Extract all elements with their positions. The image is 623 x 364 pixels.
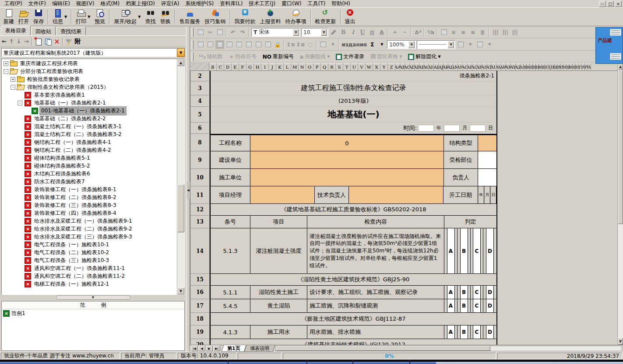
row-header[interactable]: 15	[190, 274, 210, 286]
nav-right-icon[interactable]: →	[24, 38, 29, 45]
tree-item[interactable]: 通风和空调工程（一）强条施检表11-1	[2, 264, 177, 272]
autosum-icon[interactable]: Σ	[368, 40, 377, 49]
fill-pattern-dropdown-icon[interactable]: ▼	[328, 40, 337, 49]
column-header[interactable]: W	[366, 63, 373, 70]
label-cell[interactable]: 受检部位	[444, 151, 478, 168]
tree-item[interactable]: 001-地基基础（一）强条施检表2-1	[2, 107, 177, 115]
column-header[interactable]: AE	[415, 63, 419, 70]
column-header[interactable]: AW	[501, 63, 506, 70]
grade-letter[interactable]: D	[486, 286, 494, 299]
label-cell[interactable]: 项目	[250, 216, 307, 228]
font-size-select[interactable]: 10 ▼	[301, 28, 328, 37]
toolbar-tips-button[interactable]: 技巧集锦	[203, 9, 228, 25]
tree-item[interactable]: -强制性条文检查记录用表（2015）	[2, 83, 177, 91]
grade-cell[interactable]: D	[483, 286, 496, 299]
dropdown-icon[interactable]: ▼	[448, 41, 454, 48]
input-cell[interactable]: 0	[250, 135, 444, 151]
new-table-icon[interactable]	[35, 38, 42, 45]
menubar-item[interactable]: 评定(A)	[158, 0, 183, 8]
column-header[interactable]: AK	[443, 63, 448, 70]
grade-letter[interactable]: D	[486, 326, 494, 339]
column-header[interactable]: BC	[527, 63, 530, 70]
format-画删除线-button[interactable]: a画删除线▼	[297, 53, 332, 60]
tree-item[interactable]: 砌体结构强条施检表5-2	[2, 162, 177, 170]
input-cell[interactable]	[478, 135, 496, 151]
input-cell[interactable]	[349, 186, 443, 203]
column-header[interactable]: U	[351, 63, 358, 70]
format-重新编号-button[interactable]: NO重新编号	[260, 53, 296, 60]
close-button[interactable]: ×	[615, 1, 622, 7]
column-header[interactable]: B	[209, 63, 217, 70]
tree-item[interactable]: 木结构工程强条施检表6	[2, 170, 177, 178]
toolbar-grip[interactable]	[192, 28, 194, 37]
column-header[interactable]: AC	[405, 63, 410, 70]
form-text-cell[interactable]: 强条施检表2-1	[211, 71, 496, 81]
column-header[interactable]: BA	[521, 63, 524, 70]
split-cell-icon[interactable]	[225, 40, 234, 49]
column-header[interactable]: D	[224, 63, 232, 70]
toolbar-print-button[interactable]: 打印▼	[74, 9, 92, 25]
horizontal-scroll-thumb[interactable]	[276, 346, 490, 351]
form-text-cell[interactable]: 建筑工程施工强制性条文检查记录	[211, 81, 496, 95]
grade-letter[interactable]: B	[460, 286, 468, 299]
column-header[interactable]: BJ	[548, 63, 551, 70]
column-header[interactable]: M	[291, 63, 299, 70]
menubar-item[interactable]: 编辑(E)	[49, 0, 73, 8]
format-解除固化-button[interactable]: 解除固化▼	[405, 53, 443, 60]
input-cell[interactable]	[250, 151, 444, 168]
column-header[interactable]: O	[306, 63, 313, 70]
first-sheet-icon[interactable]: |◀	[191, 346, 198, 351]
date-input-box[interactable]	[418, 125, 434, 132]
tree-item[interactable]: 电气工程强条（三）施检表10-3	[2, 256, 177, 264]
column-header[interactable]: K	[276, 63, 284, 70]
column-header[interactable]: AN	[458, 63, 463, 70]
dropdown-icon[interactable]: ▼	[327, 55, 330, 59]
copy-icon[interactable]	[196, 28, 205, 37]
tree-expander-icon[interactable]: +	[11, 77, 15, 82]
increase-size-icon[interactable]: ＋	[391, 28, 399, 37]
column-header[interactable]: N	[299, 63, 306, 70]
insert-cell-icon[interactable]	[196, 40, 205, 49]
toolbar-expand-button[interactable]: 展开/收起▼	[112, 9, 143, 25]
grade-letter[interactable]: D	[486, 299, 494, 312]
grade-cell[interactable]: A	[444, 228, 458, 273]
tree-item[interactable]: 装饰装修工程（四）强条施检表8-4	[2, 209, 177, 217]
column-header[interactable]: AI	[434, 63, 439, 70]
tree-item[interactable]: 装饰装修工程（三）强条施检表8-3	[2, 201, 177, 209]
grade-letter[interactable]: D	[486, 228, 494, 273]
label-cell[interactable]: 设计要求、施工组织、施工措施、观察记录	[307, 286, 444, 299]
column-header[interactable]: E	[232, 63, 239, 70]
align-center-icon[interactable]: ≡	[459, 28, 468, 37]
date-unit-cell[interactable]: 日	[490, 186, 496, 203]
row-header[interactable]: 18	[190, 313, 210, 326]
tree-expander-icon[interactable]: -	[4, 69, 8, 74]
tree-item[interactable]: 装饰装修工程（一）强条施检表8-1	[2, 186, 177, 193]
nav-up-icon[interactable]: ↑	[9, 38, 14, 45]
underline-icon[interactable]: U	[358, 28, 367, 37]
tree-item[interactable]: -地基基础（一）强条施检表2-1	[2, 99, 177, 107]
toolbar-grip[interactable]	[192, 40, 194, 49]
zoom-select[interactable]: 100% ▼	[387, 40, 416, 49]
system-combo-dropdown-icon[interactable]: ▼	[177, 48, 185, 57]
tree-item[interactable]: 电梯工程强条（一）施检表12-1	[2, 280, 177, 288]
column-header[interactable]: AM	[453, 63, 458, 70]
row-header[interactable]: 12	[190, 204, 210, 216]
grade-letter[interactable]: C	[473, 299, 481, 312]
line-spacing-up-icon[interactable]: ↕≡	[286, 40, 295, 49]
formula-book-icon[interactable]: издание	[341, 40, 367, 49]
toolbar-new-button[interactable]: 新建	[1, 9, 16, 25]
eraser-icon[interactable]: ◌	[306, 40, 314, 49]
dropdown-icon[interactable]: ▼	[321, 29, 327, 36]
column-header[interactable]: BK	[551, 63, 554, 70]
promo-panel[interactable]: 产品建	[595, 27, 623, 64]
column-header[interactable]: BQ	[570, 63, 573, 70]
redo-icon[interactable]: ↷	[238, 28, 247, 37]
toolbar-grip[interactable]	[192, 52, 194, 61]
next-sheet-icon[interactable]: ▶	[206, 346, 213, 351]
column-header[interactable]: BN	[560, 63, 563, 70]
tree-item[interactable]: 砌体结构强条施检表5-1	[2, 154, 177, 162]
sheet-tab-第1页[interactable]: 第1页	[222, 345, 246, 352]
menubar-item[interactable]: 系统维护(S)	[182, 0, 217, 8]
column-header[interactable]: AL	[448, 63, 453, 70]
toolbar-preview-button[interactable]: 预览	[92, 9, 107, 25]
